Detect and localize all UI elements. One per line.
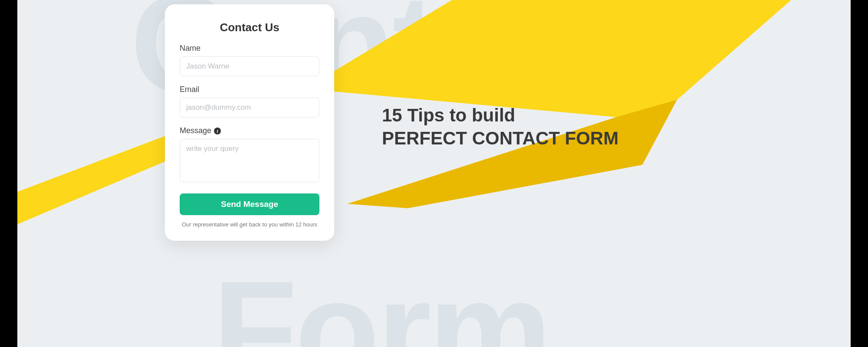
- name-input[interactable]: [180, 56, 319, 76]
- message-label: Message i: [180, 126, 319, 135]
- headline: 15 Tips to build PERFECT CONTACT FORM: [382, 104, 618, 150]
- helper-text: Our representative will get back to you …: [180, 221, 319, 228]
- bg-word-form: Form: [213, 260, 549, 347]
- email-input[interactable]: [180, 98, 319, 118]
- headline-line1: 15 Tips to build: [382, 104, 618, 127]
- yellow-shape: [17, 0, 851, 347]
- form-title: Contact Us: [180, 21, 319, 34]
- name-label-text: Name: [180, 44, 201, 53]
- message-label-text: Message: [180, 126, 211, 135]
- message-textarea[interactable]: [180, 139, 319, 182]
- email-label-text: Email: [180, 85, 199, 94]
- send-message-button[interactable]: Send Message: [180, 193, 319, 215]
- name-label: Name: [180, 44, 319, 53]
- headline-line2: PERFECT CONTACT FORM: [382, 127, 618, 150]
- info-icon[interactable]: i: [214, 128, 221, 134]
- hero-canvas: Contact Form Contact Us Name Email Messa…: [17, 0, 851, 347]
- email-label: Email: [180, 85, 319, 94]
- contact-card: Contact Us Name Email Message i Send Mes…: [165, 4, 334, 241]
